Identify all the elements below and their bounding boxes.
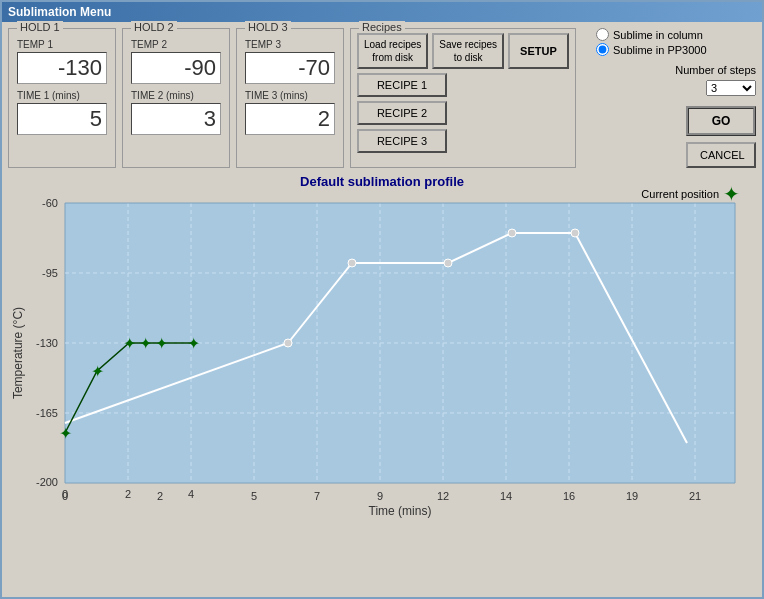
time3-value: 2 [245,103,335,135]
svg-point-40 [444,259,452,267]
hold2-label: HOLD 2 [131,21,177,33]
svg-text:✦: ✦ [91,363,104,380]
time2-value: 3 [131,103,221,135]
radio1-label: Sublime in column [613,29,703,41]
temp2-value: -90 [131,52,221,84]
hold2-group: HOLD 2 TEMP 2 -90 TIME 2 (mins) 3 [122,28,230,168]
time1-value: 5 [17,103,107,135]
steps-select[interactable]: 3 1 2 4 5 [706,80,756,96]
svg-text:9: 9 [377,490,383,502]
svg-text:2: 2 [125,488,131,500]
radio-row-1: Sublime in column [596,28,756,41]
action-buttons: GO CANCEL [596,106,756,168]
svg-point-39 [348,259,356,267]
svg-text:7: 7 [314,490,320,502]
chart-wrapper: Current position ✦ Default sublimation p… [8,174,756,523]
hold1-group: HOLD 1 TEMP 1 -130 TIME 1 (mins) 5 [8,28,116,168]
radio-row-2: Sublime in PP3000 [596,43,756,56]
right-panel: Sublime in column Sublime in PP3000 Numb… [596,28,756,168]
chart-svg: -200 -165 -130 -95 -60 0 2 4 0 2 5 7 [10,193,754,523]
hold3-group: HOLD 3 TEMP 3 -70 TIME 3 (mins) 2 [236,28,344,168]
svg-text:0: 0 [62,490,68,502]
svg-text:12: 12 [437,490,449,502]
current-position-label: Current position ✦ [641,182,740,206]
temp3-value: -70 [245,52,335,84]
svg-text:19: 19 [626,490,638,502]
svg-text:-200: -200 [36,476,58,488]
svg-text:-130: -130 [36,337,58,349]
steps-label: Number of steps [675,64,756,76]
star-icon: ✦ [723,182,740,206]
go-button[interactable]: GO [686,106,756,136]
svg-text:-95: -95 [42,267,58,279]
svg-text:✦: ✦ [139,335,152,352]
svg-point-41 [508,229,516,237]
hold3-label: HOLD 3 [245,21,291,33]
setup-button[interactable]: SETUP [508,33,569,69]
radio-pp3000[interactable] [596,43,609,56]
temp1-label: TEMP 1 [17,39,107,50]
recipes-group: Recipes Load recipesfrom disk Save recip… [350,28,576,168]
recipe2-button[interactable]: RECIPE 2 [357,101,447,125]
main-window: Sublimation Menu HOLD 1 TEMP 1 -130 TIME… [0,0,764,599]
recipe1-button[interactable]: RECIPE 1 [357,73,447,97]
temp2-label: TEMP 2 [131,39,221,50]
save-recipes-button[interactable]: Save recipesto disk [432,33,504,69]
hold1-label: HOLD 1 [17,21,63,33]
svg-point-38 [284,339,292,347]
svg-text:-60: -60 [42,197,58,209]
cancel-button[interactable]: CANCEL [686,142,756,168]
svg-text:✦: ✦ [187,335,200,352]
svg-text:Time (mins): Time (mins) [369,504,432,518]
svg-text:2: 2 [157,490,163,502]
svg-text:✦: ✦ [123,335,136,352]
title-bar: Sublimation Menu [2,2,762,22]
radio-group: Sublime in column Sublime in PP3000 [596,28,756,56]
time2-label: TIME 2 (mins) [131,90,221,101]
svg-text:✦: ✦ [59,425,72,442]
svg-text:14: 14 [500,490,512,502]
recipes-label: Recipes [359,21,405,33]
temp3-label: TEMP 3 [245,39,335,50]
svg-text:Temperature (°C): Temperature (°C) [11,307,25,399]
radio2-label: Sublime in PP3000 [613,44,707,56]
window-title: Sublimation Menu [8,5,111,19]
svg-text:✦: ✦ [155,335,168,352]
time3-label: TIME 3 (mins) [245,90,335,101]
svg-text:5: 5 [251,490,257,502]
svg-text:4: 4 [188,488,194,500]
load-recipes-button[interactable]: Load recipesfrom disk [357,33,428,69]
radio-column[interactable] [596,28,609,41]
svg-text:-165: -165 [36,407,58,419]
svg-text:21: 21 [689,490,701,502]
svg-text:16: 16 [563,490,575,502]
temp1-value: -130 [17,52,107,84]
time1-label: TIME 1 (mins) [17,90,107,101]
recipe3-button[interactable]: RECIPE 3 [357,129,447,153]
svg-point-42 [571,229,579,237]
